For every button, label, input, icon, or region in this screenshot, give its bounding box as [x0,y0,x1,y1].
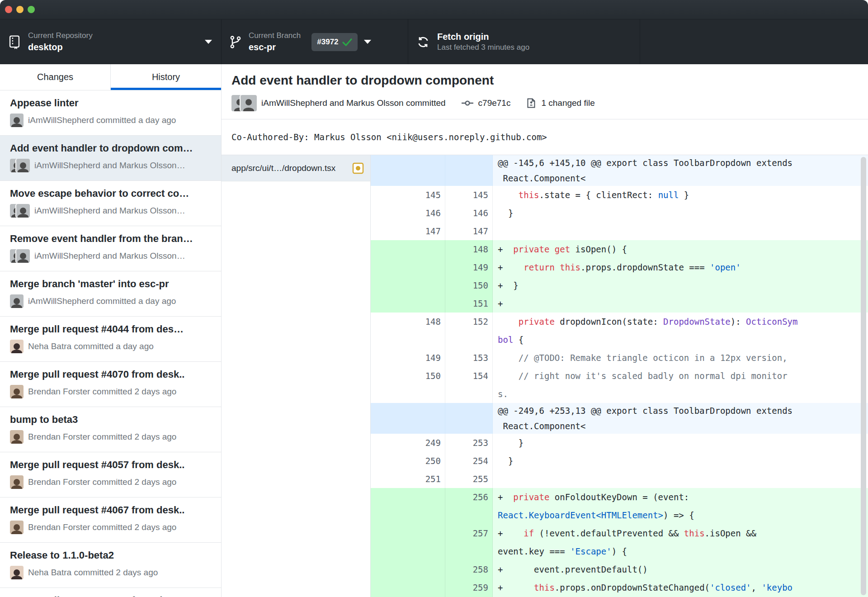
diff-code: // right now it's scaled badly on normal… [493,367,868,403]
diff-area: app/src/ui/t…/dropdown.tsx @@ -145,6 +14… [222,155,868,597]
new-line-number: 258 [445,560,493,578]
diff-view: @@ -145,6 +145,10 @@ export class Toolba… [371,155,868,597]
avatar-stack [10,249,30,263]
diff-line: 251255 [371,470,868,488]
new-line-number: 253 [445,434,493,452]
diff-code: + private get isOpen() { [493,240,868,258]
commit-list-item[interactable]: bump to beta3Brendan Forster committed 2… [0,407,221,452]
diff-line: 258+ event.preventDefault() [371,560,868,578]
commit-description: Co-Authored-By: Markus Olsson <niik@user… [222,119,868,155]
diff-code: + } [493,276,868,294]
new-line-number: 256 [445,488,493,524]
fetch-subtitle: Last fetched 3 minutes ago [437,43,529,52]
avatar-stack [10,521,24,534]
commit-list-item[interactable]: Merge pull request #4067 from desk..Bren… [0,498,221,543]
avatar [10,340,24,353]
commit-sha[interactable]: c79e71c [478,98,511,108]
commit-list-item[interactable]: Remove event handler from the bran…iAmWi… [0,226,221,271]
diff-line: 148152 private dropdownIcon(state: Dropd… [371,313,868,349]
diff-code: + [493,294,868,313]
commit-list-item[interactable]: Merge pull request #4070 from desk..Bren… [0,362,221,407]
avatar-stack [10,114,24,127]
new-line-number [445,155,493,186]
tab-changes[interactable]: Changes [0,64,111,90]
commit-list-item[interactable]: Merge pull request #4072 from des… [0,588,221,597]
new-line-number: 257 [445,524,493,560]
commit-list-meta: iAmWillShepherd and Markus Olsson… [10,249,212,263]
avatar [10,521,24,534]
diff-line: 150154 // right now it's scaled badly on… [371,367,868,403]
fetch-title: Fetch origin [437,32,529,42]
diff-code: + this.props.onDropdownStateChanged('clo… [493,578,868,597]
commit-list-title: bump to beta3 [10,414,212,426]
old-line-number [371,560,445,578]
tab-history[interactable]: History [111,64,221,90]
diff-line: 148+ private get isOpen() { [371,240,868,258]
commit-list-meta: Neha Batra committed 2 days ago [10,566,212,579]
branch-switcher-button[interactable]: Current Branch esc-pr #3972 [222,19,408,64]
repo-name: desktop [28,42,93,52]
commit-list-item[interactable]: Appease linteriAmWillShepherd committed … [0,90,221,136]
commit-list-item[interactable]: Add event handler to dropdown com…iAmWil… [0,136,221,181]
diff-line: 151+ [371,294,868,313]
commit-list: Appease linteriAmWillShepherd committed … [0,90,221,597]
avatar [10,475,24,489]
diff-line: 149+ return this.props.dropdownState ===… [371,258,868,276]
diff-line: 259+ this.props.onDropdownStateChanged('… [371,578,868,597]
old-line-number: 146 [371,204,445,222]
repository-switcher-button[interactable]: Current Repository desktop [0,19,222,64]
avatar-stack [10,340,24,353]
diff-code: this.state = { clientRect: null } [493,186,868,204]
diff-scrollbar[interactable] [861,157,866,595]
commit-avatars [231,95,257,111]
diff-line: 150+ } [371,276,868,294]
old-line-number [371,240,445,258]
fetch-origin-button[interactable]: Fetch origin Last fetched 3 minutes ago [408,19,640,64]
commit-list-item[interactable]: Merge pull request #4044 from des…Neha B… [0,317,221,362]
new-line-number: 254 [445,452,493,470]
file-list: app/src/ui/t…/dropdown.tsx [222,155,371,597]
new-line-number: 151 [445,294,493,313]
diff-line: 257+ if (!event.defaultPrevented && this… [371,524,868,560]
close-window-button[interactable] [5,6,12,13]
commit-list-item[interactable]: Release to 1.1.0-beta2Neha Batra committ… [0,543,221,588]
old-line-number [371,488,445,524]
diff-line: 249253 } [371,434,868,452]
commit-list-item[interactable]: Move escape behavior to correct co…iAmWi… [0,181,221,226]
avatar-stack [10,204,30,218]
old-line-number [371,258,445,276]
commit-list-meta: iAmWillShepherd committed a day ago [10,294,212,308]
old-line-number: 150 [371,367,445,403]
commit-authors: iAmWillShepherd and Markus Olsson commit… [261,98,446,108]
commit-list-title: Merge branch 'master' into esc-pr [10,278,212,290]
old-line-number: 145 [371,186,445,204]
branch-name: esc-pr [249,42,301,52]
minimize-window-button[interactable] [16,6,24,13]
avatar [10,430,24,444]
commit-list-title: Merge pull request #4072 from des… [10,595,212,597]
zoom-window-button[interactable] [28,6,35,13]
commit-list-title: Merge pull request #4070 from desk.. [10,369,212,380]
diff-code: // @TODO: Remake triangle octicon in a 1… [493,349,868,367]
commit-list-item[interactable]: Merge pull request #4057 from desk..Bren… [0,452,221,498]
diff-code [493,470,868,488]
avatar-stack [10,159,30,172]
commit-title: Add event handler to dropdown component [231,73,868,88]
diff-code: + private onFoldoutKeyDown = (event:Reac… [493,488,868,524]
diff-code: + if (!event.defaultPrevented && this.is… [493,524,868,560]
old-line-number: 250 [371,452,445,470]
avatar [10,294,24,308]
commit-list-item[interactable]: Merge branch 'master' into esc-priAmWill… [0,271,221,317]
new-line-number: 148 [445,240,493,258]
old-line-number: 249 [371,434,445,452]
commit-list-title: Merge pull request #4067 from desk.. [10,504,212,516]
file-path: app/src/ui/t…/dropdown.tsx [231,163,352,173]
new-line-number: 154 [445,367,493,403]
new-line-number: 150 [445,276,493,294]
pr-badge: #3972 [311,33,357,51]
avatar-stack [10,385,24,398]
file-list-item[interactable]: app/src/ui/t…/dropdown.tsx [222,155,370,181]
diff-line: 250254 } [371,452,868,470]
diff-line: 149153 // @TODO: Remake triangle octicon… [371,349,868,367]
old-line-number: 147 [371,222,445,240]
